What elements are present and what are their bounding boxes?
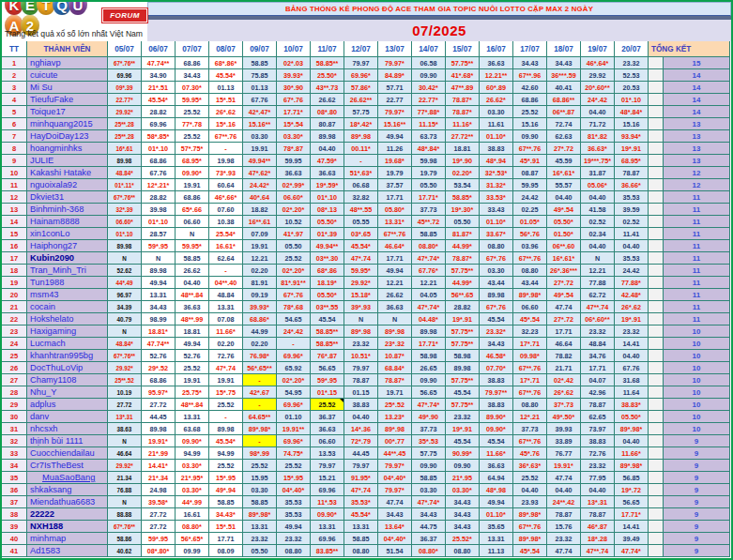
- value-cell[interactable]: 28.82: [142, 106, 176, 118]
- value-cell[interactable]: 46.58*: [480, 350, 513, 362]
- value-cell[interactable]: 39.59: [615, 204, 649, 216]
- value-cell[interactable]: 36.63: [311, 423, 344, 435]
- member-name[interactable]: Haxigaming: [27, 325, 108, 338]
- value-cell[interactable]: 26*.36***: [547, 265, 581, 277]
- value-cell[interactable]: 01.15: [344, 386, 378, 399]
- value-cell[interactable]: 25**.28: [108, 130, 142, 143]
- value-cell[interactable]: 05.50: [243, 545, 277, 557]
- value-cell[interactable]: 23.32: [615, 57, 649, 69]
- value-cell[interactable]: N: [108, 325, 142, 338]
- value-cell[interactable]: 09.90: [446, 460, 480, 472]
- value-cell[interactable]: 36.63: [176, 301, 209, 313]
- value-cell[interactable]: 89*.98*: [513, 289, 547, 301]
- value-cell[interactable]: 47.74*: [615, 545, 649, 557]
- value-cell[interactable]: 32*.53*: [480, 167, 513, 179]
- value-cell[interactable]: 23.32: [547, 533, 581, 545]
- value-cell[interactable]: 21.34: [108, 472, 142, 484]
- value-cell[interactable]: 52.76: [176, 350, 209, 362]
- value-cell[interactable]: 46.64: [108, 447, 142, 460]
- value-cell[interactable]: 41*.97: [277, 228, 311, 240]
- value-cell[interactable]: 04.40: [311, 143, 344, 155]
- value-cell[interactable]: 26.62: [378, 289, 412, 301]
- value-cell[interactable]: 17.71: [209, 533, 243, 545]
- value-cell[interactable]: 93.94*: [615, 130, 649, 143]
- value-cell[interactable]: 09.90*: [176, 167, 209, 179]
- value-cell[interactable]: 79.97: [344, 57, 378, 69]
- member-name[interactable]: cuicute: [27, 69, 108, 82]
- member-name[interactable]: DocThuLoVip: [27, 362, 108, 374]
- value-cell[interactable]: 37.57: [378, 179, 412, 191]
- value-cell[interactable]: 57.75**: [446, 374, 480, 386]
- value-cell[interactable]: 10.19: [108, 386, 142, 399]
- value-cell[interactable]: 02*.42: [547, 374, 581, 386]
- value-cell[interactable]: 04.05: [412, 289, 446, 301]
- value-cell[interactable]: 13*.31: [108, 411, 142, 423]
- value-cell[interactable]: 68.84*: [378, 362, 412, 374]
- value-cell[interactable]: 79.97*: [378, 57, 412, 69]
- value-cell[interactable]: 15*.95: [277, 472, 311, 484]
- value-cell[interactable]: 39.93: [547, 423, 581, 435]
- value-cell[interactable]: 79.97**: [480, 386, 513, 399]
- value-cell[interactable]: 11.66*: [480, 447, 513, 460]
- value-cell[interactable]: 11.15*: [412, 118, 446, 130]
- value-cell[interactable]: 09.90*: [480, 423, 513, 435]
- value-cell[interactable]: 59*.95: [142, 240, 176, 252]
- value-cell[interactable]: 13*.31: [581, 496, 615, 508]
- value-cell[interactable]: 48*.98: [480, 484, 513, 496]
- value-cell[interactable]: 45.54: [446, 386, 480, 399]
- value-cell[interactable]: 81*.91**: [277, 277, 311, 289]
- value-cell[interactable]: 42*.67: [243, 386, 277, 399]
- value-cell[interactable]: 89*.98: [378, 325, 412, 338]
- value-cell[interactable]: 56.65: [615, 496, 649, 508]
- value-cell[interactable]: 19*.91: [615, 313, 649, 325]
- value-cell[interactable]: 79.97: [311, 460, 344, 472]
- value-cell[interactable]: 02.20: [209, 338, 243, 350]
- value-cell[interactable]: 44.45: [142, 411, 176, 423]
- value-cell[interactable]: 56.65: [311, 362, 344, 374]
- value-cell[interactable]: 12.21: [243, 252, 277, 265]
- value-cell[interactable]: N: [108, 435, 142, 447]
- value-cell[interactable]: 49*.90: [412, 411, 446, 423]
- value-cell[interactable]: 19.91: [209, 374, 243, 386]
- value-cell[interactable]: 64.65**: [243, 411, 277, 423]
- member-name[interactable]: Dkviet31: [27, 191, 108, 204]
- value-cell[interactable]: 27*.72: [547, 313, 581, 325]
- value-cell[interactable]: 52.53: [615, 69, 649, 82]
- value-cell[interactable]: 49.94: [378, 130, 412, 143]
- value-cell[interactable]: 17*.71: [513, 374, 547, 386]
- value-cell[interactable]: 34.43: [446, 521, 480, 533]
- value-cell[interactable]: 34.39: [108, 301, 142, 313]
- value-cell[interactable]: 01*.10: [108, 228, 142, 240]
- value-cell[interactable]: 90.99*: [446, 447, 480, 460]
- value-cell[interactable]: 04.40: [547, 191, 581, 204]
- value-cell[interactable]: 13.31: [311, 521, 344, 533]
- value-cell[interactable]: -: [209, 411, 243, 423]
- value-cell[interactable]: 34.43: [547, 57, 581, 69]
- value-cell[interactable]: 19.71: [378, 386, 412, 399]
- value-cell[interactable]: -: [209, 143, 243, 155]
- value-cell[interactable]: 13.31: [243, 521, 277, 533]
- value-cell[interactable]: 45.54: [311, 313, 344, 325]
- value-cell[interactable]: 01.10*: [480, 508, 513, 521]
- value-cell[interactable]: 34.76: [581, 350, 615, 362]
- value-cell[interactable]: 15.95: [243, 472, 277, 484]
- value-cell[interactable]: 45.54: [480, 313, 513, 325]
- value-cell[interactable]: 03.96: [513, 240, 547, 252]
- value-cell[interactable]: 05.80*: [378, 204, 412, 216]
- value-cell[interactable]: 16.61: [176, 508, 209, 521]
- value-cell[interactable]: 14*.36: [344, 423, 378, 435]
- member-name[interactable]: Toique17: [27, 106, 108, 118]
- value-cell[interactable]: 18*.42*: [344, 118, 378, 130]
- value-cell[interactable]: 15*.54: [277, 118, 311, 130]
- value-cell[interactable]: 08.80: [446, 545, 480, 557]
- value-cell[interactable]: 47**.74: [581, 545, 615, 557]
- value-cell[interactable]: 68.86: [513, 94, 547, 106]
- value-cell[interactable]: 08*.80: [311, 106, 344, 118]
- value-cell[interactable]: 77*.88*: [412, 106, 446, 118]
- value-cell[interactable]: 25.75*: [176, 386, 209, 399]
- value-cell[interactable]: 54.65: [277, 313, 311, 325]
- value-cell[interactable]: 30*.90: [277, 82, 311, 94]
- value-cell[interactable]: 78*.87: [277, 143, 311, 155]
- value-cell[interactable]: 25**.52: [108, 374, 142, 386]
- value-cell[interactable]: 59*.95: [311, 374, 344, 386]
